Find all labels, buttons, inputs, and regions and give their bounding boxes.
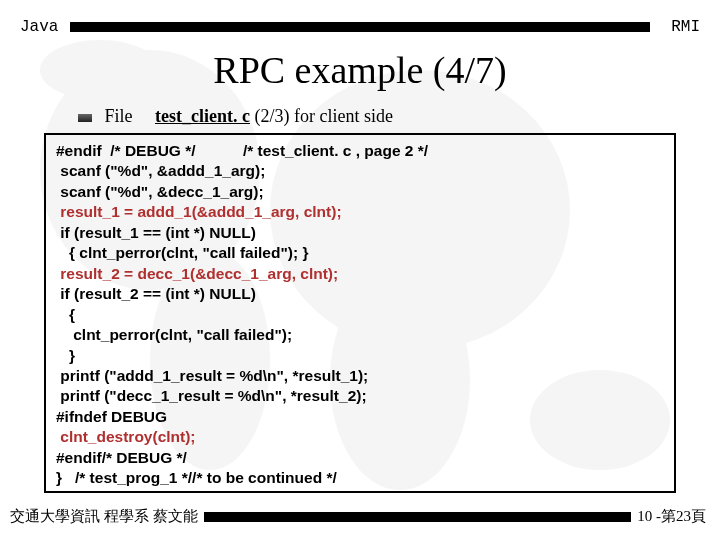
code-line: #endif/* DEBUG */ (56, 449, 187, 466)
code-line: scanf ("%d", &decc_1_arg); (56, 183, 264, 200)
code-line: if (result_2 == (int *) NULL) (56, 285, 256, 302)
header-bar: Java RMI (0, 0, 720, 40)
code-line: { clnt_perror(clnt, "call failed"); } (56, 244, 308, 261)
code-line-highlight: clnt_destroy(clnt); (56, 428, 196, 445)
bullet-icon (78, 114, 92, 122)
code-box: #endif /* DEBUG */ /* test_client. c , p… (44, 133, 676, 493)
code-line-highlight: result_2 = decc_1(&decc_1_arg, clnt); (56, 265, 338, 282)
header-left-label: Java (20, 18, 70, 36)
footer-page-number: 10 -第23頁 (637, 507, 706, 526)
file-line: File test_client. c (2/3) for client sid… (78, 106, 720, 127)
code-line: } (56, 347, 75, 364)
code-line: } /* test_prog_1 *//* to be continued */ (56, 469, 337, 486)
code-line: clnt_perror(clnt, "call failed"); (56, 326, 292, 343)
file-name: test_client. c (155, 106, 250, 126)
file-label: File (105, 106, 133, 126)
code-line-highlight: result_1 = addd_1(&addd_1_arg, clnt); (56, 203, 342, 220)
footer-bar: 交通大學資訊 程學系 蔡文能 10 -第23頁 (10, 507, 706, 526)
footer-left-label: 交通大學資訊 程學系 蔡文能 (10, 507, 198, 526)
code-line: if (result_1 == (int *) NULL) (56, 224, 256, 241)
code-line: scanf ("%d", &addd_1_arg); (56, 162, 265, 179)
code-line: printf ("decc_1_result = %d\n", *result_… (56, 387, 367, 404)
code-line: { (56, 306, 75, 323)
slide-title: RPC example (4/7) (0, 48, 720, 92)
header-right-label: RMI (650, 18, 700, 36)
footer-rule (204, 512, 631, 522)
code-line: #endif /* DEBUG */ /* test_client. c , p… (56, 142, 428, 159)
code-line: printf ("addd_1_result = %d\n", *result_… (56, 367, 368, 384)
code-line: #ifndef DEBUG (56, 408, 167, 425)
header-rule (70, 22, 650, 32)
file-desc: (2/3) for client side (250, 106, 393, 126)
